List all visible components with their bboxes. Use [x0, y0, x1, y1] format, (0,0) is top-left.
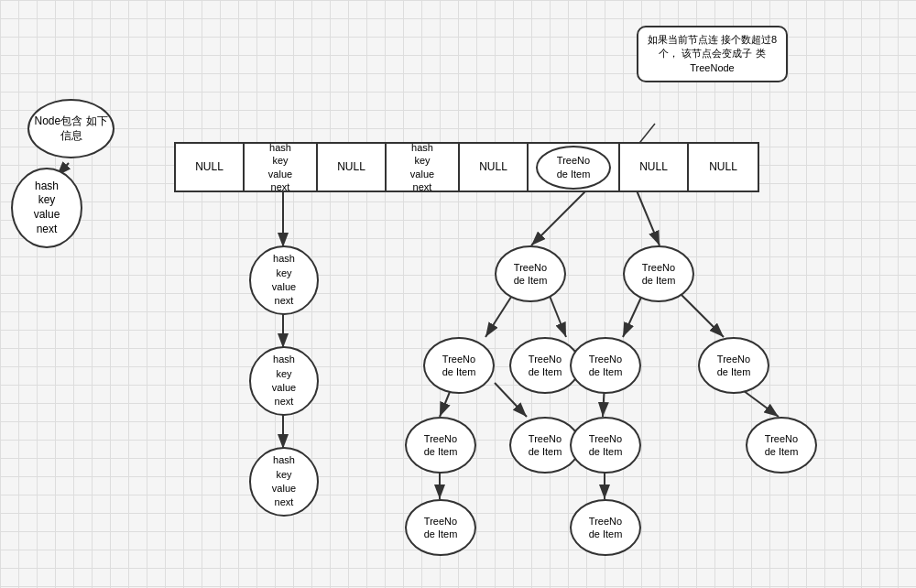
svg-line-11	[678, 291, 724, 337]
array-cell-3: NULL	[318, 144, 387, 191]
array-cell-8: NULL	[689, 144, 758, 191]
tree-l3-2: TreeNo de Item	[570, 499, 641, 556]
hash-chain-2: hash key value next	[249, 346, 319, 416]
svg-line-9	[548, 291, 566, 337]
tree-root-right: TreeNo de Item	[623, 245, 694, 302]
tree-l1-4: TreeNo de Item	[698, 337, 769, 394]
diagram-container: Node包含 如下信息 hash key value next 如果当前节点连 …	[0, 0, 916, 588]
tree-l1-3: TreeNo de Item	[570, 337, 641, 394]
tree-l1-1: TreeNo de Item	[423, 337, 495, 394]
tree-l2-3: TreeNo de Item	[570, 417, 641, 474]
array-cell-7: NULL	[620, 144, 689, 191]
array-cell-4: hash key value next	[387, 144, 460, 191]
array-cell-2: hash key value next	[245, 144, 318, 191]
array-cell-1: NULL	[176, 144, 245, 191]
node-fields-bubble: hash key value next	[11, 168, 82, 248]
tree-l2-1: TreeNo de Item	[405, 417, 476, 474]
tree-l2-4: TreeNo de Item	[746, 417, 817, 474]
tree-root-left: TreeNo de Item	[495, 245, 566, 302]
hash-chain-3: hash key value next	[249, 447, 319, 517]
array-cell-5: NULL	[460, 144, 529, 191]
callout-rect: 如果当前节点连 接个数超过8个， 该节点会变成子 类TreeNode	[637, 26, 788, 82]
hash-chain-1: hash key value next	[249, 245, 319, 315]
array-row: NULL hash key value next NULL hash key v…	[174, 142, 759, 192]
tree-l3-1: TreeNo de Item	[405, 499, 476, 556]
array-cell-6: TreeNode Item	[529, 144, 620, 191]
node-info-bubble: Node包含 如下信息	[27, 99, 114, 158]
svg-line-8	[485, 291, 515, 337]
svg-line-13	[495, 383, 527, 417]
svg-line-7	[637, 191, 660, 245]
arrows-svg	[0, 0, 916, 588]
svg-line-6	[531, 191, 586, 245]
